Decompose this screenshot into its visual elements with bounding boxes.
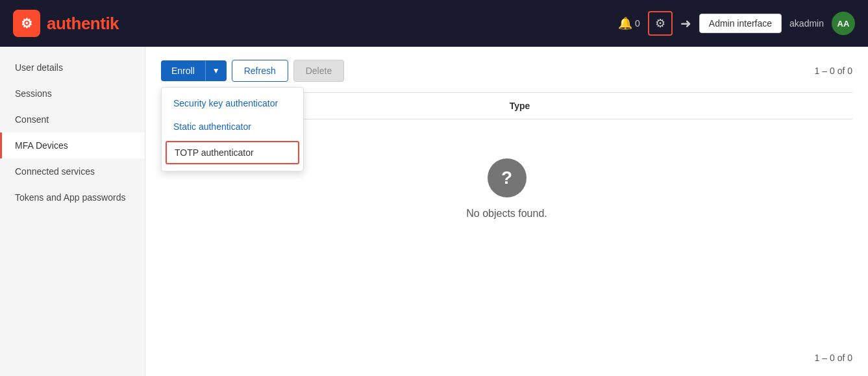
settings-button[interactable]: ⚙ — [648, 11, 673, 36]
enroll-button[interactable]: Enroll — [161, 60, 205, 81]
admin-interface-button[interactable]: Admin interface — [699, 14, 782, 33]
main-layout: User details Sessions Consent MFA Device… — [0, 47, 868, 376]
refresh-button[interactable]: Refresh — [232, 60, 288, 82]
pagination-info: 1 – 0 of 0 — [815, 66, 852, 76]
dropdown-item-security-key[interactable]: Security key authenticator — [162, 92, 303, 115]
logout-icon: ➜ — [680, 16, 691, 31]
empty-message: No objects found. — [466, 208, 547, 219]
enroll-dropdown-toggle[interactable]: ▼ — [205, 60, 227, 81]
logo-icon: ⚙ — [13, 10, 40, 37]
sidebar-item-tokens[interactable]: Tokens and App passwords — [0, 184, 145, 210]
app-header: ⚙ authentik 🔔 0 ⚙ ➜ Admin interface akad… — [0, 0, 868, 47]
logout-button[interactable]: ➜ — [680, 16, 691, 31]
gear-icon: ⚙ — [655, 16, 665, 31]
main-content: Enroll ▼ Refresh Delete 1 – 0 of 0 Secur… — [145, 47, 868, 376]
toolbar: Enroll ▼ Refresh Delete 1 – 0 of 0 Secur… — [161, 60, 852, 82]
avatar[interactable]: AA — [832, 12, 855, 35]
table-footer-pagination: 1 – 0 of 0 — [815, 353, 852, 363]
notifications-count: 0 — [635, 18, 640, 29]
dropdown-item-totp[interactable]: TOTP authenticator — [166, 141, 299, 164]
question-icon: ? — [488, 158, 527, 197]
enroll-button-group: Enroll ▼ — [161, 60, 227, 81]
enroll-dropdown-menu: Security key authenticator Static authen… — [161, 87, 304, 171]
sidebar-item-user-details[interactable]: User details — [0, 55, 145, 81]
dropdown-item-static[interactable]: Static authenticator — [162, 115, 303, 138]
chevron-down-icon: ▼ — [212, 66, 220, 75]
sidebar-item-connected-services[interactable]: Connected services — [0, 158, 145, 184]
logo-area: ⚙ authentik — [13, 10, 119, 37]
delete-button[interactable]: Delete — [293, 60, 344, 82]
sidebar-item-mfa-devices[interactable]: MFA Devices — [0, 132, 145, 158]
sidebar-item-consent[interactable]: Consent — [0, 107, 145, 132]
header-right: 🔔 0 ⚙ ➜ Admin interface akadmin AA — [618, 11, 855, 36]
sidebar-item-sessions[interactable]: Sessions — [0, 81, 145, 107]
sidebar: User details Sessions Consent MFA Device… — [0, 47, 145, 376]
username-label: akadmin — [789, 18, 824, 29]
logo-text: authentik — [47, 14, 119, 34]
bell-icon: 🔔 — [618, 16, 632, 31]
notifications-button[interactable]: 🔔 0 — [618, 16, 640, 31]
